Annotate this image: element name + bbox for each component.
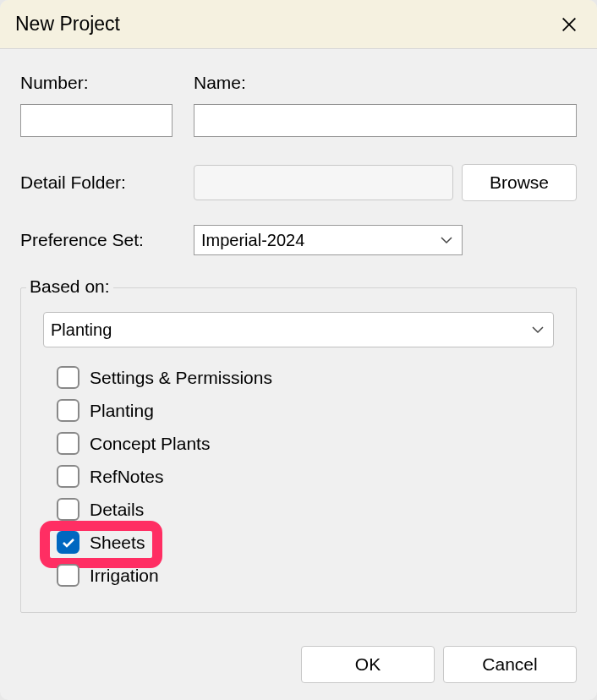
number-input[interactable] xyxy=(20,104,173,137)
checkbox-label: Irrigation xyxy=(90,566,159,586)
checkbox-label: Details xyxy=(90,500,144,520)
checkbox[interactable] xyxy=(57,399,79,422)
checkbox[interactable] xyxy=(57,432,79,455)
cancel-button[interactable]: Cancel xyxy=(443,646,577,683)
based-on-checkbox-list: Settings & Permissions Planting Concept … xyxy=(43,366,554,587)
number-label: Number: xyxy=(20,73,194,93)
dialog-content: Number: Name: Detail Folder: Browse Pref… xyxy=(0,49,597,630)
based-on-template-select[interactable]: Planting xyxy=(43,312,554,347)
dialog-title: New Project xyxy=(15,13,120,36)
checkbox[interactable] xyxy=(57,465,79,488)
checkbox-item-details[interactable]: Details xyxy=(57,498,554,521)
new-project-dialog: New Project Number: Name: Det xyxy=(0,0,597,700)
checkbox-item-sheets[interactable]: Sheets xyxy=(57,531,554,554)
chevron-down-icon xyxy=(440,236,453,244)
checkbox[interactable] xyxy=(57,498,79,521)
name-label: Name: xyxy=(194,73,577,93)
based-on-group: Based on: Planting Settings & Permission… xyxy=(20,287,577,613)
ok-button[interactable]: OK xyxy=(301,646,435,683)
close-icon xyxy=(560,15,578,34)
based-on-template-value: Planting xyxy=(51,320,112,340)
check-icon xyxy=(62,538,75,548)
dialog-footer: OK Cancel xyxy=(301,646,577,683)
based-on-legend: Based on: xyxy=(26,276,113,297)
close-button[interactable] xyxy=(556,12,582,37)
preference-set-value: Imperial-2024 xyxy=(201,231,304,250)
checkbox[interactable] xyxy=(57,531,79,554)
preference-set-select[interactable]: Imperial-2024 xyxy=(194,225,463,255)
checkbox-item-irrigation[interactable]: Irrigation xyxy=(57,564,554,587)
preference-set-label: Preference Set: xyxy=(20,230,194,250)
checkbox-label: Planting xyxy=(90,401,154,421)
checkbox-label: Sheets xyxy=(90,533,145,553)
checkbox-item-settings-permissions[interactable]: Settings & Permissions xyxy=(57,366,554,389)
checkbox-label: Settings & Permissions xyxy=(90,368,272,388)
checkbox[interactable] xyxy=(57,366,79,389)
checkbox-label: RefNotes xyxy=(90,467,164,487)
chevron-down-icon xyxy=(531,325,545,334)
browse-button[interactable]: Browse xyxy=(462,164,577,201)
detail-folder-input[interactable] xyxy=(194,165,453,200)
checkbox-label: Concept Plants xyxy=(90,434,210,454)
checkbox[interactable] xyxy=(57,564,79,587)
titlebar: New Project xyxy=(0,0,597,49)
name-input[interactable] xyxy=(194,104,577,137)
checkbox-item-refnotes[interactable]: RefNotes xyxy=(57,465,554,488)
checkbox-item-planting[interactable]: Planting xyxy=(57,399,554,422)
checkbox-item-concept-plants[interactable]: Concept Plants xyxy=(57,432,554,455)
detail-folder-label: Detail Folder: xyxy=(20,172,194,193)
